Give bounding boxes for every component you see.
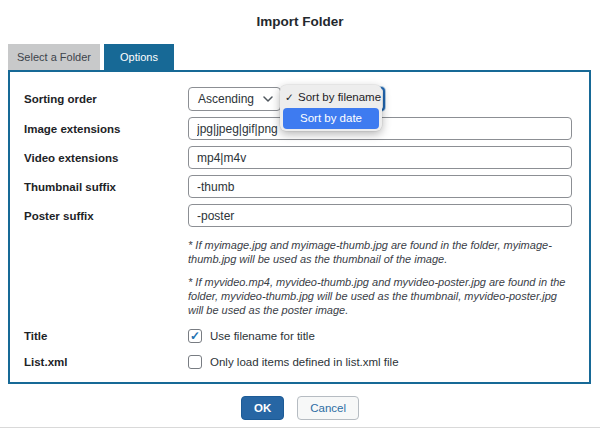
thumbnail-suffix-row: Thumbnail suffix [10, 175, 589, 198]
use-filename-checkbox[interactable]: ✓ [188, 329, 202, 343]
thumbnail-suffix-input[interactable] [188, 175, 572, 198]
menu-item-sort-by-date[interactable]: Sort by date [283, 108, 379, 129]
tab-options[interactable]: Options [104, 44, 174, 70]
image-extensions-label: Image extensions [24, 117, 188, 135]
chevron-down-icon [263, 96, 273, 102]
title-row: Title ✓ Use filename for title [10, 329, 589, 343]
dialog-bottom-divider [0, 427, 600, 428]
cancel-button[interactable]: Cancel [297, 396, 359, 420]
title-label: Title [24, 330, 188, 342]
thumbnail-note: * If myimage.jpg and myimage-thumb.jpg a… [188, 238, 572, 266]
listxml-row: List.xml Only load items defined in list… [10, 355, 589, 369]
sorting-order-select[interactable]: Ascending [188, 87, 281, 111]
tab-bar: Select a Folder Options [8, 44, 600, 70]
sort-field-dropdown-menu: ✓ Sort by filename Sort by date [280, 85, 382, 131]
poster-note: * If myvideo.mp4, myvideo-thumb.jpg and … [188, 275, 572, 317]
menu-item-sort-by-filename[interactable]: ✓ Sort by filename [280, 87, 382, 108]
poster-suffix-label: Poster suffix [24, 204, 188, 222]
checkmark-icon: ✓ [190, 330, 200, 342]
thumbnail-suffix-label: Thumbnail suffix [24, 175, 188, 193]
listxml-checkbox-label: Only load items defined in list.xml file [210, 356, 399, 368]
sorting-order-label: Sorting order [24, 87, 188, 105]
import-folder-dialog: Import Folder Select a Folder Options So… [0, 0, 600, 420]
video-extensions-row: Video extensions [10, 146, 589, 169]
ok-button[interactable]: OK [241, 396, 284, 420]
video-extensions-input[interactable] [188, 146, 572, 169]
menu-item-label: Sort by date [300, 108, 362, 129]
poster-suffix-row: Poster suffix [10, 204, 589, 227]
sorting-order-value: Ascending [198, 92, 254, 106]
check-icon: ✓ [285, 87, 298, 108]
options-panel: Sorting order Ascending Sort by filename… [8, 70, 591, 384]
tab-select-a-folder[interactable]: Select a Folder [8, 44, 100, 70]
dialog-actions: OK Cancel [0, 396, 600, 420]
menu-item-label: Sort by filename [298, 87, 381, 108]
video-extensions-label: Video extensions [24, 146, 188, 164]
use-filename-checkbox-label: Use filename for title [210, 330, 315, 342]
dialog-title: Import Folder [0, 0, 600, 31]
poster-suffix-input[interactable] [188, 204, 572, 227]
listxml-label: List.xml [24, 356, 188, 368]
help-notes: * If myimage.jpg and myimage-thumb.jpg a… [188, 238, 572, 317]
listxml-checkbox[interactable] [188, 355, 202, 369]
